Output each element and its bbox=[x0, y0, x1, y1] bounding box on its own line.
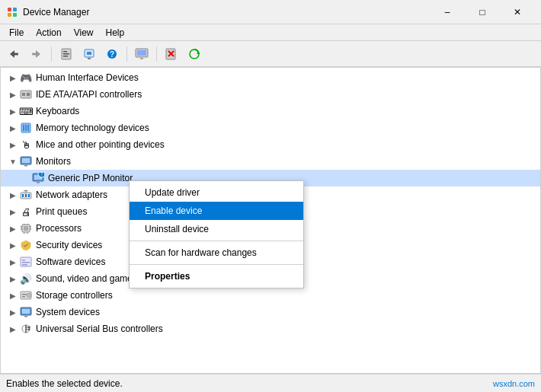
toolbar-separator-2 bbox=[126, 46, 127, 62]
menu-action[interactable]: Action bbox=[30, 26, 67, 40]
collapse-toggle[interactable]: ▶ bbox=[7, 72, 19, 84]
ctx-separator-1 bbox=[130, 241, 303, 241]
svg-rect-21 bbox=[139, 57, 145, 58]
ctx-enable-device[interactable]: Enable device bbox=[130, 202, 303, 220]
collapse-toggle[interactable]: ▶ bbox=[7, 256, 19, 268]
svg-rect-20 bbox=[140, 58, 143, 59]
tree-item-memory-tech[interactable]: ▶ Memory technology devices bbox=[1, 120, 540, 136]
ctx-label: Update driver bbox=[145, 187, 200, 198]
menu-view[interactable]: View bbox=[68, 26, 100, 40]
app-icon bbox=[6, 6, 18, 18]
collapse-toggle[interactable]: ▶ bbox=[7, 239, 19, 251]
svg-rect-55 bbox=[30, 226, 31, 228]
print-queues-icon: 🖨 bbox=[19, 206, 33, 218]
collapse-toggle[interactable]: ▶ bbox=[7, 105, 19, 117]
svg-rect-9 bbox=[63, 51, 67, 53]
tree-label: Mice and other pointing devices bbox=[36, 139, 165, 150]
tree-item-human-interface[interactable]: ▶ 🎮 Human Interface Devices bbox=[1, 69, 540, 86]
toolbar-help-button[interactable]: ? bbox=[101, 44, 123, 64]
ctx-update-driver[interactable]: Update driver bbox=[130, 183, 303, 202]
svg-rect-2 bbox=[8, 13, 11, 17]
menu-help[interactable]: Help bbox=[100, 26, 131, 40]
svg-rect-63 bbox=[22, 262, 30, 263]
tree-label: System devices bbox=[36, 307, 100, 317]
system-devices-icon bbox=[19, 306, 33, 318]
collapse-toggle[interactable]: ▶ bbox=[7, 88, 19, 100]
svg-rect-40 bbox=[37, 182, 40, 183]
toolbar-driver-button[interactable] bbox=[78, 44, 100, 64]
tree-label: Processors bbox=[36, 223, 82, 234]
svg-rect-1 bbox=[13, 8, 17, 11]
collapse-toggle[interactable]: ▶ bbox=[7, 139, 19, 151]
main-area: ▶ 🎮 Human Interface Devices ▶ IDE ATA/AT… bbox=[0, 67, 541, 374]
title-bar: Device Manager – □ ✕ bbox=[0, 0, 541, 24]
toolbar-separator-1 bbox=[51, 46, 52, 62]
tree-item-keyboards[interactable]: ▶ ⌨ Keyboards bbox=[1, 103, 540, 120]
generic-pnp-icon: ! bbox=[31, 172, 45, 184]
collapse-toggle[interactable]: ▶ bbox=[7, 222, 19, 234]
tree-label: IDE ATA/ATAPI controllers bbox=[36, 89, 142, 100]
tree-item-storage-controllers[interactable]: ▶ Storage controllers bbox=[1, 287, 540, 304]
svg-rect-72 bbox=[24, 316, 27, 317]
keyboards-icon: ⌨ bbox=[19, 105, 33, 117]
svg-rect-65 bbox=[21, 292, 31, 299]
svg-rect-71 bbox=[22, 309, 30, 314]
collapse-toggle[interactable]: ▶ bbox=[7, 306, 19, 318]
tree-label: Generic PnP Monitor bbox=[48, 173, 133, 183]
collapse-toggle[interactable]: ▶ bbox=[7, 189, 19, 201]
svg-rect-28 bbox=[22, 93, 25, 96]
collapse-toggle[interactable]: ▶ bbox=[7, 206, 19, 218]
menu-file[interactable]: File bbox=[3, 26, 30, 40]
toolbar-scan-button[interactable] bbox=[184, 44, 205, 64]
collapse-toggle[interactable]: ▶ bbox=[7, 323, 19, 335]
collapse-toggle[interactable]: ▶ bbox=[7, 272, 19, 285]
back-button[interactable] bbox=[3, 44, 24, 64]
collapse-toggle[interactable]: ▶ bbox=[7, 122, 19, 134]
forward-button[interactable] bbox=[26, 44, 47, 64]
tree-label: Human Interface Devices bbox=[36, 72, 139, 83]
collapse-toggle[interactable]: ▶ bbox=[7, 289, 19, 301]
human-interface-icon: 🎮 bbox=[19, 72, 33, 84]
toolbar-properties-button[interactable] bbox=[56, 44, 77, 64]
svg-rect-58 bbox=[27, 224, 28, 225]
tree-label: Software devices bbox=[36, 257, 105, 267]
tree-item-usb-controllers[interactable]: ▶ Universal Serial Bus controllers bbox=[1, 320, 540, 337]
ctx-label: Scan for hardware changes bbox=[145, 247, 257, 258]
tree-label: Print queues bbox=[36, 206, 87, 217]
menu-bar: File Action View Help bbox=[0, 24, 541, 41]
collapse-toggle[interactable]: ▼ bbox=[7, 155, 19, 167]
svg-rect-36 bbox=[24, 165, 27, 167]
ctx-scan-hardware[interactable]: Scan for hardware changes bbox=[130, 244, 303, 262]
sound-video-icon: 🔊 bbox=[19, 272, 33, 285]
svg-rect-62 bbox=[22, 260, 25, 261]
svg-rect-60 bbox=[27, 233, 28, 234]
context-menu: Update driver Enable device Uninstall de… bbox=[129, 180, 304, 288]
tree-label: Storage controllers bbox=[36, 290, 113, 301]
close-button[interactable]: ✕ bbox=[500, 0, 535, 24]
tree-item-monitors[interactable]: ▼ Monitors bbox=[1, 153, 540, 170]
svg-rect-53 bbox=[21, 226, 22, 228]
ctx-label: Enable device bbox=[145, 206, 202, 216]
svg-rect-52 bbox=[24, 226, 28, 231]
security-devices-icon bbox=[19, 239, 33, 251]
storage-controllers-icon bbox=[19, 289, 33, 301]
svg-point-29 bbox=[27, 93, 30, 96]
minimize-button[interactable]: – bbox=[430, 0, 465, 24]
toolbar-uninstall-button[interactable] bbox=[161, 44, 182, 64]
svg-rect-33 bbox=[27, 125, 29, 131]
toolbar-monitor-button[interactable] bbox=[131, 44, 152, 64]
tree-item-mice[interactable]: ▶ 🖱 Mice and other pointing devices bbox=[1, 136, 540, 153]
window-controls: – □ ✕ bbox=[430, 0, 535, 24]
maximize-button[interactable]: □ bbox=[465, 0, 500, 24]
svg-rect-10 bbox=[63, 53, 69, 55]
usb-controllers-icon bbox=[19, 323, 33, 335]
ctx-properties[interactable]: Properties bbox=[130, 267, 303, 285]
tree-item-system-devices[interactable]: ▶ System devices bbox=[1, 304, 540, 320]
tree-item-ide-ata[interactable]: ▶ IDE ATA/ATAPI controllers bbox=[1, 86, 540, 103]
svg-rect-31 bbox=[23, 125, 24, 131]
svg-rect-19 bbox=[137, 50, 146, 56]
monitors-icon bbox=[19, 155, 33, 167]
tree-label: Security devices bbox=[36, 240, 102, 250]
svg-rect-47 bbox=[28, 194, 30, 197]
ctx-uninstall-device[interactable]: Uninstall device bbox=[130, 220, 303, 238]
